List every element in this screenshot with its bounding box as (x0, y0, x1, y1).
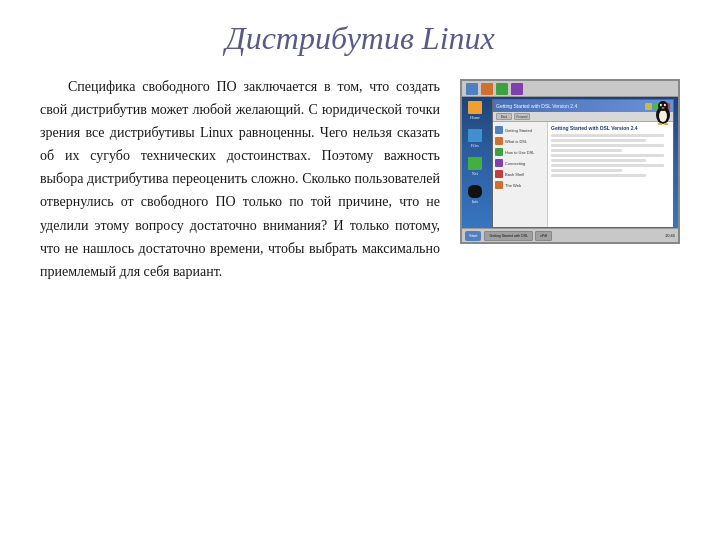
window-content: Getting Started What is DSL How to Use D… (493, 122, 673, 227)
taskbar-icon-2 (481, 83, 493, 95)
penguin-mascot (654, 101, 672, 125)
taskbar-apps: Getting Started with DSL xPdf (484, 231, 662, 241)
icon-label-2: Files (471, 143, 479, 148)
icon-label-4: Info (472, 199, 479, 204)
icon-image-4 (468, 185, 482, 198)
svg-point-5 (661, 105, 662, 106)
body-paragraph: Специфика свободного ПО заключается в то… (40, 75, 440, 283)
icon-image-1 (468, 101, 482, 114)
penguin-svg (654, 101, 672, 125)
content-line-8 (551, 169, 622, 172)
svg-point-8 (658, 123, 663, 125)
window-sidebar: Getting Started What is DSL How to Use D… (493, 122, 548, 227)
sidebar-row-4: Connecting (495, 159, 545, 167)
sidebar-label-3: How to Use DSL (505, 150, 535, 155)
sidebar-row-2: What is DSL (495, 137, 545, 145)
content-heading: Getting Started with DSL Version 2.4 (551, 125, 670, 131)
svg-point-2 (658, 101, 668, 111)
taskbar-app-1[interactable]: Getting Started with DSL (484, 231, 533, 241)
body-text-block: Специфика свободного ПО заключается в то… (40, 75, 440, 283)
desktop-screenshot: Home Files Net Info (460, 79, 680, 244)
screenshot-container: Home Files Net Info (460, 79, 680, 244)
sidebar-row-3: How to Use DSL (495, 148, 545, 156)
svg-point-6 (665, 105, 666, 106)
window-main-content: Getting Started with DSL Version 2.4 (548, 122, 673, 227)
sidebar-label-6: The Web (505, 183, 521, 188)
forward-button[interactable]: Forward (514, 113, 530, 120)
content-lines (551, 134, 670, 177)
sidebar-label-5: Bash Shell (505, 172, 524, 177)
sidebar-icon-3 (495, 148, 503, 156)
content-line-2 (551, 139, 646, 142)
desktop-icon-2: Files (466, 129, 484, 149)
sidebar-label-2: What is DSL (505, 139, 527, 144)
content-line-5 (551, 154, 664, 157)
back-button[interactable]: Back (496, 113, 512, 120)
minimize-button[interactable] (645, 103, 652, 110)
desktop-icons: Home Files Net Info (466, 101, 484, 205)
start-button[interactable]: Start (465, 231, 481, 241)
content-line-1 (551, 134, 664, 137)
icon-label-1: Home (470, 115, 480, 120)
desktop-icon-4: Info (466, 185, 484, 205)
desktop-icon-1: Home (466, 101, 484, 121)
sidebar-row-6: The Web (495, 181, 545, 189)
window-titlebar: Getting Started with DSL Version 2.4 (493, 100, 673, 112)
main-application-window: Getting Started with DSL Version 2.4 Bac… (492, 99, 674, 228)
svg-point-1 (659, 110, 667, 122)
page-title: Дистрибутив Linux (40, 20, 680, 57)
sidebar-row-5: Bash Shell (495, 170, 545, 178)
content-line-7 (551, 164, 664, 167)
taskbar-icon-1 (466, 83, 478, 95)
taskbar-bottom: Start Getting Started with DSL xPdf 10:4… (462, 228, 678, 242)
window-title-text: Getting Started with DSL Version 2.4 (496, 103, 577, 109)
content-line-3 (551, 144, 664, 147)
sidebar-icon-1 (495, 126, 503, 134)
desktop-icon-3: Net (466, 157, 484, 177)
taskbar-top (462, 81, 678, 97)
desktop-background: Home Files Net Info (462, 81, 678, 242)
taskbar-time: 10:45 (665, 233, 675, 238)
content-area: Специфика свободного ПО заключается в то… (40, 75, 680, 283)
svg-point-9 (664, 123, 669, 125)
taskbar-app-2[interactable]: xPdf (535, 231, 552, 241)
icon-label-3: Net (472, 171, 478, 176)
sidebar-label-4: Connecting (505, 161, 525, 166)
icon-image-3 (468, 157, 482, 170)
content-line-4 (551, 149, 622, 152)
sidebar-icon-6 (495, 181, 503, 189)
svg-point-7 (662, 107, 665, 109)
sidebar-icon-4 (495, 159, 503, 167)
sidebar-row-1: Getting Started (495, 126, 545, 134)
sidebar-icon-2 (495, 137, 503, 145)
sidebar-icon-5 (495, 170, 503, 178)
sidebar-label-1: Getting Started (505, 128, 532, 133)
taskbar-icon-4 (511, 83, 523, 95)
taskbar-icon-3 (496, 83, 508, 95)
window-toolbar: Back Forward (493, 112, 673, 122)
content-line-6 (551, 159, 646, 162)
content-line-9 (551, 174, 646, 177)
page: Дистрибутив Linux Специфика свободного П… (0, 0, 720, 540)
icon-image-2 (468, 129, 482, 142)
